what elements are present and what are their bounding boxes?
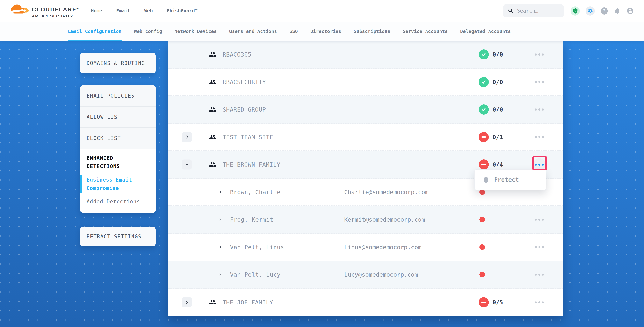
table-row: Van Pelt, LucyLucy@somedemocorp.com [168, 261, 563, 289]
row-menu-button[interactable] [533, 76, 546, 88]
row-menu-button[interactable] [533, 296, 546, 309]
search-input[interactable] [516, 8, 559, 14]
status-unprotected-icon [478, 132, 489, 142]
table-row: RBACSECURITY0/0 [168, 69, 563, 96]
table-row: Frog, KermitKermit@somedemocorp.com [168, 206, 563, 234]
sidebar-item-email-policies[interactable]: EMAIL POLICIES [80, 85, 156, 106]
user-email: Charlie@somedemocorp.com [344, 189, 428, 195]
user-name: Brown, Charlie [230, 189, 280, 195]
status-protected-icon [478, 104, 489, 114]
search-icon [508, 8, 514, 14]
ellipsis-icon [535, 136, 537, 138]
expand-toggle-button[interactable] [182, 298, 192, 307]
protect-menu-item[interactable]: Protect [475, 170, 546, 190]
protect-label: Protect [494, 176, 519, 183]
protection-count: 0/5 [492, 299, 503, 306]
status-unprotected-icon [478, 297, 489, 307]
search-box[interactable] [503, 4, 564, 17]
enhanced-detections-section: ENHANCED DETECTIONS Business Email Compr… [80, 149, 156, 211]
cloudflare-cloud-icon [10, 4, 30, 14]
table-row: RBACO3650/0 [168, 41, 563, 69]
tab-subscriptions[interactable]: Subscriptions [354, 22, 390, 41]
sidebar-item-added-detections[interactable]: Added Detections [86, 198, 145, 206]
tab-delegated-accounts[interactable]: Delegated Accounts [460, 22, 511, 41]
protection-count: 0/0 [492, 106, 503, 113]
account-icon[interactable] [626, 7, 634, 14]
chevron-right-icon[interactable] [218, 217, 222, 222]
expand-toggle-button[interactable] [182, 132, 192, 142]
tab-email-configuration[interactable]: Email Configuration [68, 22, 122, 41]
sidebar-item-enhanced-detections[interactable]: ENHANCED DETECTIONS [86, 154, 145, 171]
status-dot [480, 244, 485, 250]
ellipsis-icon [535, 163, 537, 166]
shield-icon [483, 177, 489, 183]
sidebar-item-retract-settings[interactable]: RETRACT SETTINGS [80, 227, 156, 246]
tab-network-devices[interactable]: Network Devices [174, 22, 217, 41]
app-header: CLOUDFLARE® AREA 1 SECURITY HomeEmailWeb… [0, 0, 644, 22]
sidebar-policies-card: EMAIL POLICIES ALLOW LIST BLOCK LIST ENH… [80, 85, 156, 213]
config-tabbar: Email ConfigurationWeb ConfigNetwork Dev… [0, 22, 644, 41]
ellipsis-icon [535, 108, 537, 111]
group-icon [209, 133, 216, 141]
group-icon [209, 106, 216, 113]
protection-count: 0/0 [492, 78, 503, 85]
table-row: TEST TEAM SITE0/1 [168, 124, 563, 151]
user-email: Linus@somedemocorp.com [344, 244, 422, 250]
protection-count: 0/4 [492, 161, 503, 168]
protect-menu: Protect [474, 169, 546, 190]
primary-nav: HomeEmailWebPhishGuard™ [91, 8, 198, 13]
protection-count: 0/0 [492, 51, 503, 58]
user-name: Frog, Kermit [230, 216, 273, 223]
tab-users-and-actions[interactable]: Users and Actions [229, 22, 277, 41]
row-menu-button[interactable] [533, 131, 546, 143]
tab-sso[interactable]: SSO [289, 22, 298, 41]
status-dot [480, 272, 485, 278]
chevron-right-icon[interactable] [218, 190, 222, 194]
chevron-right-icon [184, 135, 190, 140]
sidebar-item-domains-routing[interactable]: DOMAINS & ROUTING [80, 53, 156, 73]
settings-gear-icon[interactable] [586, 6, 595, 15]
expand-toggle-button[interactable] [182, 160, 192, 170]
nav-link-web[interactable]: Web [144, 8, 152, 13]
status-protected-icon [478, 77, 489, 87]
cloudflare-logo[interactable]: CLOUDFLARE® AREA 1 SECURITY [10, 3, 78, 18]
ellipsis-icon [535, 219, 537, 221]
nav-link-home[interactable]: Home [91, 8, 102, 13]
ellipsis-icon [535, 274, 537, 276]
row-menu-button[interactable] [533, 213, 546, 226]
sidebar: DOMAINS & ROUTING EMAIL POLICIES ALLOW L… [80, 0, 156, 327]
row-menu-button[interactable] [533, 48, 546, 61]
sidebar-item-business-email-compromise[interactable]: Business Email Compromise [86, 176, 145, 192]
ellipsis-icon [535, 81, 537, 83]
help-icon[interactable] [600, 7, 608, 14]
chevron-right-icon [184, 300, 190, 305]
chevron-right-icon[interactable] [218, 245, 222, 249]
protection-shield-icon[interactable] [571, 6, 580, 15]
nav-link-phishguard[interactable]: PhishGuard™ [167, 8, 198, 13]
group-name: THE BROWN FAMILY [222, 161, 280, 168]
user-name: Van Pelt, Linus [230, 244, 284, 250]
row-menu-button[interactable] [533, 158, 546, 171]
status-protected-icon [478, 49, 489, 59]
row-menu-button[interactable] [533, 103, 546, 116]
group-icon [209, 78, 216, 86]
ellipsis-icon [535, 301, 537, 304]
brand-title: CLOUDFLARE® [32, 6, 78, 12]
group-icon [209, 299, 216, 306]
sidebar-item-block-list[interactable]: BLOCK LIST [80, 128, 156, 149]
tab-service-accounts[interactable]: Service Accounts [403, 22, 448, 41]
nav-link-email[interactable]: Email [116, 8, 130, 13]
group-icon [209, 51, 216, 58]
sidebar-item-allow-list[interactable]: ALLOW LIST [80, 106, 156, 128]
group-name: TEST TEAM SITE [222, 134, 273, 140]
status-dot [480, 217, 485, 222]
chevron-right-icon[interactable] [218, 272, 222, 277]
chevron-down-icon [184, 162, 190, 167]
row-menu-button[interactable] [533, 268, 546, 281]
group-name: THE JOE FAMILY [222, 299, 273, 306]
row-menu-button[interactable] [533, 241, 546, 253]
tab-web-config[interactable]: Web Config [134, 22, 162, 41]
notifications-bell-icon[interactable] [614, 7, 621, 14]
tab-directories[interactable]: Directories [310, 22, 341, 41]
brand-subtitle: AREA 1 SECURITY [32, 14, 78, 18]
